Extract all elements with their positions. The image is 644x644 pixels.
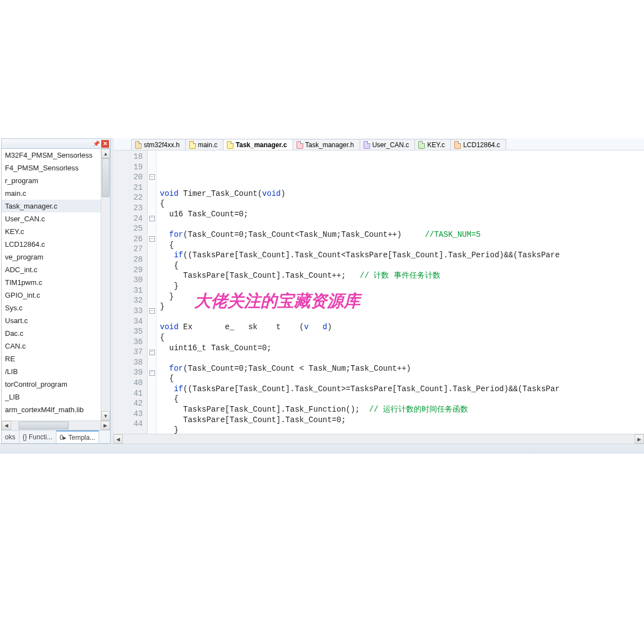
tree-item[interactable]: torControl_program (2, 378, 101, 391)
sidebar-vscrollbar[interactable]: ▲ ▼ (101, 149, 110, 420)
fold-cell[interactable] (148, 224, 156, 234)
fold-cell[interactable] (148, 255, 156, 265)
file-tab[interactable]: KEY.c (414, 139, 451, 150)
code-body[interactable]: 大佬关注的宝藏资源库 void Timer_Task_Count(void){ … (157, 150, 644, 434)
code-line[interactable]: if((TasksPare[Task_Count].Task_Count<Tas… (160, 250, 644, 261)
file-tab[interactable]: Task_manager.c (223, 139, 293, 150)
code-line[interactable]: for(Task_Count=0;Task_Count < Task_Num;T… (160, 363, 644, 374)
editor-hscroll-track[interactable] (123, 434, 635, 444)
tree-item[interactable]: User_CAN.c (2, 212, 101, 225)
sidebar-tab[interactable]: 0▸ Templa... (56, 430, 99, 443)
sidebar-tab[interactable]: {} Functi... (19, 430, 56, 443)
fold-cell[interactable]: − (148, 234, 156, 245)
code-line[interactable] (160, 312, 644, 323)
scroll-up-button[interactable]: ▲ (101, 149, 110, 158)
code-line[interactable]: { (160, 333, 644, 343)
scroll-thumb[interactable] (102, 158, 110, 197)
code-line[interactable]: } (160, 425, 644, 434)
fold-cell[interactable] (148, 326, 156, 337)
fold-cell[interactable] (148, 265, 156, 276)
fold-toggle-icon[interactable]: − (149, 370, 155, 376)
editor-hscrollbar[interactable]: ◀ ▶ (113, 434, 644, 444)
editor-scroll-right-button[interactable]: ▶ (635, 434, 644, 444)
tree-item[interactable]: RE (2, 352, 101, 365)
hscroll-thumb[interactable] (19, 422, 69, 429)
file-tab[interactable]: LCD12864.c (450, 139, 506, 150)
code-line[interactable]: TasksPare[Task_Count].Task_Count=0; (160, 415, 644, 425)
fold-cell[interactable] (148, 357, 156, 368)
fold-cell[interactable] (148, 295, 156, 306)
fold-column[interactable]: −−−−−− (148, 150, 157, 434)
fold-cell[interactable] (148, 244, 156, 255)
code-line[interactable] (160, 353, 644, 363)
sidebar-tab[interactable]: oks (2, 430, 19, 443)
tree-item[interactable]: M32F4_PMSM_Sensorless (2, 149, 101, 162)
tree-item[interactable]: F4_PMSM_Sensorless (2, 162, 101, 174)
sidebar-hscrollbar[interactable]: ◀ ▶ (2, 420, 110, 430)
file-tab[interactable]: main.c (185, 139, 224, 150)
fold-toggle-icon[interactable]: − (149, 308, 155, 314)
tree-item[interactable]: Task_manager.c (2, 200, 101, 212)
tree-item[interactable]: main.c (2, 187, 101, 200)
file-tab[interactable]: stm32f4xx.h (131, 139, 186, 150)
fold-cell[interactable]: − (148, 347, 156, 357)
tree-item[interactable]: KEY.c (2, 225, 101, 238)
tree-item[interactable]: Usart.c (2, 314, 101, 327)
tree-item[interactable]: arm_cortexM4lf_math.lib (2, 403, 101, 416)
tree-item[interactable]: /LIB (2, 365, 101, 378)
code-area[interactable]: 1819202122232425262728293031323334353637… (113, 150, 644, 434)
fold-cell[interactable] (148, 183, 156, 193)
code-line[interactable]: { (160, 199, 644, 209)
fold-toggle-icon[interactable]: − (149, 216, 155, 221)
tree-item[interactable]: ADC_int.c (2, 263, 101, 276)
code-line[interactable]: if((TasksPare[Task_Count].Task_Count>=Ta… (160, 384, 644, 394)
hscroll-track[interactable] (11, 421, 101, 430)
code-line[interactable]: u16 Task_Count=0; (160, 209, 644, 220)
fold-cell[interactable] (148, 378, 156, 388)
fold-cell[interactable] (148, 316, 156, 327)
fold-cell[interactable] (148, 152, 156, 162)
editor-scroll-left-button[interactable]: ◀ (113, 434, 123, 444)
code-line[interactable]: for(Task_Count=0;Task_Count<Task_Num;Tas… (160, 230, 644, 240)
code-line[interactable]: void Ex e_ sk t (v d) (160, 322, 644, 333)
scroll-right-button[interactable]: ▶ (101, 421, 110, 430)
fold-toggle-icon[interactable]: − (149, 174, 155, 180)
tree-item[interactable]: TIM1pwm.c (2, 276, 101, 289)
code-line[interactable]: TasksPare[Task_Count].Task_Function(); /… (160, 404, 644, 415)
fold-cell[interactable] (148, 275, 156, 285)
scroll-left-button[interactable]: ◀ (2, 421, 11, 430)
fold-toggle-icon[interactable]: − (149, 236, 155, 242)
code-line[interactable]: void Timer_Task_Count(void) (160, 189, 644, 199)
tree-item[interactable]: Sys.c (2, 302, 101, 314)
fold-cell[interactable] (148, 203, 156, 214)
code-line[interactable]: } (160, 281, 644, 292)
code-line[interactable]: { (160, 261, 644, 271)
tree-item[interactable]: Dac.c (2, 327, 101, 340)
code-line[interactable] (160, 178, 644, 189)
fold-cell[interactable] (148, 388, 156, 399)
fold-cell[interactable] (148, 409, 156, 419)
code-line[interactable]: { (160, 240, 644, 251)
code-line[interactable]: } (160, 292, 644, 302)
tree-item[interactable]: LCD12864.c (2, 238, 101, 251)
fold-cell[interactable]: − (148, 214, 156, 224)
fold-cell[interactable] (148, 337, 156, 347)
fold-cell[interactable]: − (148, 306, 156, 316)
code-line[interactable]: { (160, 394, 644, 404)
file-tab[interactable]: User_CAN.c (360, 139, 416, 150)
project-tree[interactable]: M32F4_PMSM_SensorlessF4_PMSM_Sensorlessr… (2, 149, 101, 420)
scroll-down-button[interactable]: ▼ (101, 411, 110, 420)
close-icon[interactable]: ✕ (101, 140, 109, 148)
fold-cell[interactable]: − (148, 367, 156, 378)
tree-item[interactable]: ve_program (2, 251, 101, 263)
tree-item[interactable]: r_program (2, 174, 101, 187)
code-line[interactable]: TasksPare[Task_Count].Task_Count++; // 计… (160, 271, 644, 281)
tree-item[interactable]: CAN.c (2, 340, 101, 352)
file-tab[interactable]: Task_manager.h (293, 139, 360, 150)
tree-item[interactable]: GPIO_int.c (2, 289, 101, 302)
fold-cell[interactable]: − (148, 172, 156, 183)
fold-cell[interactable] (148, 419, 156, 429)
tree-item[interactable]: _LIB (2, 391, 101, 403)
fold-cell[interactable] (148, 398, 156, 409)
fold-cell[interactable] (148, 193, 156, 203)
